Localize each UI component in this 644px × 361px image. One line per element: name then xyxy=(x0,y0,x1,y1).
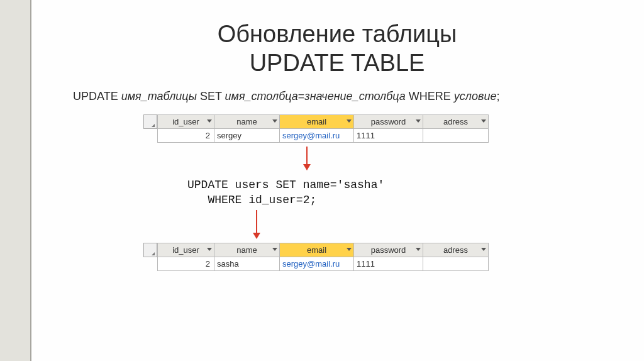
slide-content: Обновление таблицы UPDATE TABLE UPDATE и… xyxy=(30,0,644,361)
dropdown-icon xyxy=(207,119,212,123)
col-header-id: id_user xyxy=(158,115,214,129)
sql-line-2: WHERE id_user=2; xyxy=(187,193,644,208)
svg-marker-1 xyxy=(303,164,311,170)
dropdown-icon xyxy=(272,119,277,123)
col-header-adress: adress xyxy=(423,115,489,129)
table-row: 2 sasha sergey@mail.ru 1111 xyxy=(158,257,489,270)
kw-update: UPDATE xyxy=(73,90,121,103)
col-header-name: name xyxy=(214,115,280,129)
cell-name: sasha xyxy=(214,257,280,270)
col-header-name: name xyxy=(214,243,280,257)
dropdown-icon xyxy=(272,248,277,251)
col-header-email: email xyxy=(280,115,354,129)
table-header-row: id_user name email password adress xyxy=(158,115,489,129)
cell-email: sergey@mail.ru xyxy=(280,257,354,270)
table-after: id_user name email password adress 2 sas… xyxy=(157,243,489,271)
it-table: имя_таблицы xyxy=(121,90,197,103)
kw-where: WHERE xyxy=(406,90,454,103)
dropdown-icon xyxy=(416,119,421,123)
title-line-2: UPDATE TABLE xyxy=(250,50,425,76)
col-header-id: id_user xyxy=(158,243,214,257)
cell-id: 2 xyxy=(158,257,214,270)
svg-marker-3 xyxy=(253,233,260,239)
dropdown-icon xyxy=(347,248,352,251)
table-header-row: id_user name email password adress xyxy=(158,243,489,257)
sql-statement: UPDATE users SET name='sasha' WHERE id_u… xyxy=(187,178,644,208)
kw-set: SET xyxy=(197,90,225,103)
row-selector-icon xyxy=(143,243,157,257)
title-line-1: Обновление таблицы xyxy=(218,21,457,47)
cell-adress xyxy=(423,129,489,143)
col-header-adress: adress xyxy=(423,243,489,257)
decorative-left-band xyxy=(0,0,31,361)
cell-adress xyxy=(423,257,489,270)
arrow-down-icon xyxy=(294,145,319,172)
dropdown-icon xyxy=(481,248,486,251)
semi: ; xyxy=(496,90,499,103)
eq: = xyxy=(298,90,305,103)
dropdown-icon xyxy=(481,119,486,123)
table-row: 2 sergey sergey@mail.ru 1111 xyxy=(158,129,489,143)
col-header-password: password xyxy=(354,115,423,129)
sql-syntax-line: UPDATE имя_таблицы SET имя_столбца=значе… xyxy=(73,90,644,103)
cell-email: sergey@mail.ru xyxy=(280,129,354,143)
cell-password: 1111 xyxy=(354,129,423,143)
dropdown-icon xyxy=(416,248,421,251)
dropdown-icon xyxy=(347,119,352,123)
col-header-password: password xyxy=(354,243,423,257)
it-col: имя_столбца xyxy=(225,90,298,103)
sql-line-1: UPDATE users SET name='sasha' xyxy=(187,178,644,192)
row-selector-icon xyxy=(143,114,157,129)
cell-password: 1111 xyxy=(354,257,423,270)
it-val: значение_столбца xyxy=(304,90,406,103)
cell-name: sergey xyxy=(214,129,280,143)
it-cond: условие xyxy=(454,90,497,103)
slide-title: Обновление таблицы UPDATE TABLE xyxy=(30,20,644,77)
col-header-email: email xyxy=(280,243,354,257)
table-before: id_user name email password adress 2 ser… xyxy=(157,114,489,143)
table-after-wrap: id_user name email password adress 2 sas… xyxy=(143,243,493,271)
cell-id: 2 xyxy=(158,129,214,143)
arrow-down-icon xyxy=(244,209,269,240)
table-before-wrap: id_user name email password adress 2 ser… xyxy=(143,114,493,143)
dropdown-icon xyxy=(207,248,212,251)
